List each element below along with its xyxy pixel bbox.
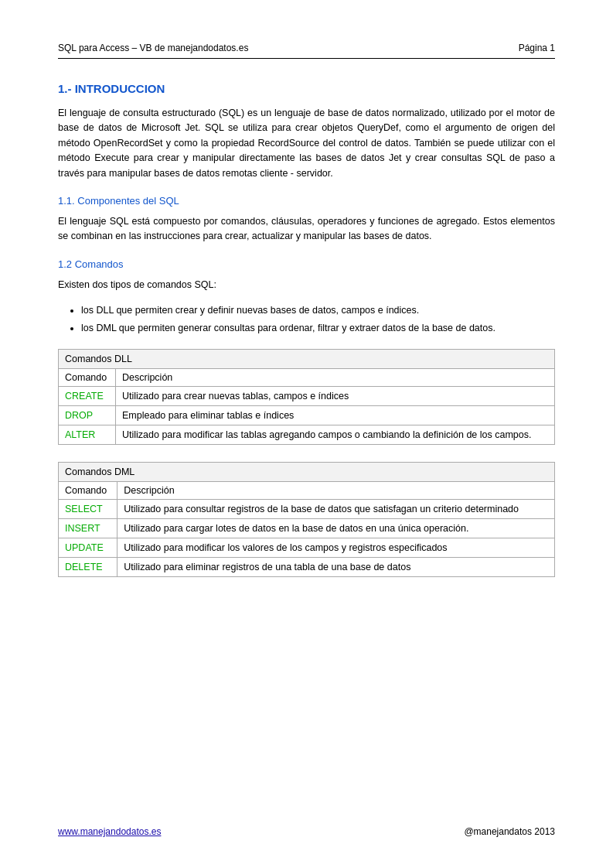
page-footer: www.manejandodatos.es @manejandatos 2013 [58,826,555,837]
page-header: SQL para Access – VB de manejandodatos.e… [58,43,555,59]
footer-copyright: @manejandatos 2013 [464,826,555,837]
dml-desc-update: Utilizado para modificar los valores de … [117,538,555,557]
dml-row-insert: INSERT Utilizado para cargar lotes de da… [59,518,555,538]
dll-table-title: Comandos DLL [59,349,555,368]
dml-row-update: UPDATE Utilizado para modificar los valo… [59,538,555,557]
section11-text: El lenguaje SQL está compuesto por coman… [58,214,555,244]
dll-desc-drop: Empleado para eliminar tablas e índices [116,405,555,425]
dll-cmd-create: CREATE [59,386,116,405]
section1-title: 1.- INTRODUCCION [58,82,555,95]
dll-row-drop: DROP Empleado para eliminar tablas e índ… [59,405,555,425]
dll-col1-header: Comando [59,368,116,386]
dll-cmd-drop: DROP [59,405,116,425]
dml-desc-delete: Utilizado para eliminar registros de una… [117,557,555,576]
dll-table-title-row: Comandos DLL [59,349,555,368]
dml-cmd-insert: INSERT [59,518,117,538]
header-right: Página 1 [519,43,555,53]
dll-cmd-alter: ALTER [59,425,116,444]
section12-intro: Existen dos tipos de comandos SQL: [58,278,555,292]
dll-table: Comandos DLL Comando Descripción CREATE … [58,349,555,445]
section12-title: 1.2 Comandos [58,258,555,270]
dll-row-alter: ALTER Utilizado para modificar las tabla… [59,425,555,444]
dll-table-section: Comandos DLL Comando Descripción CREATE … [58,349,555,445]
dml-table-title-row: Comandos DML [59,462,555,481]
list-item: los DLL que permiten crear y definir nue… [81,303,555,318]
section1-intro: El lenguaje de consulta estructurado (SQ… [58,106,555,181]
dll-row-create: CREATE Utilizado para crear nuevas tabla… [59,386,555,405]
footer-link[interactable]: www.manejandodatos.es [58,826,161,837]
dll-table-header-row: Comando Descripción [59,368,555,386]
dml-cmd-delete: DELETE [59,557,117,576]
dml-desc-insert: Utilizado para cargar lotes de datos en … [117,518,555,538]
dml-col1-header: Comando [59,481,117,499]
dml-table-title: Comandos DML [59,462,555,481]
dml-table-header-row: Comando Descripción [59,481,555,499]
section11-title: 1.1. Componentes del SQL [58,195,555,207]
header-left: SQL para Access – VB de manejandodatos.e… [58,43,248,53]
dml-table: Comandos DML Comando Descripción SELECT … [58,462,555,577]
dml-row-select: SELECT Utilizado para consultar registro… [59,499,555,518]
dll-col2-header: Descripción [116,368,555,386]
section12-bullets: los DLL que permiten crear y definir nue… [81,303,555,337]
dml-cmd-select: SELECT [59,499,117,518]
dml-cmd-update: UPDATE [59,538,117,557]
dml-col2-header: Descripción [117,481,555,499]
list-item: los DML que permiten generar consultas p… [81,321,555,336]
dml-table-section: Comandos DML Comando Descripción SELECT … [58,462,555,577]
page: SQL para Access – VB de manejandodatos.e… [0,0,613,868]
dml-row-delete: DELETE Utilizado para eliminar registros… [59,557,555,576]
dll-desc-create: Utilizado para crear nuevas tablas, camp… [116,386,555,405]
dml-desc-select: Utilizado para consultar registros de la… [117,499,555,518]
dll-desc-alter: Utilizado para modificar las tablas agre… [116,425,555,444]
